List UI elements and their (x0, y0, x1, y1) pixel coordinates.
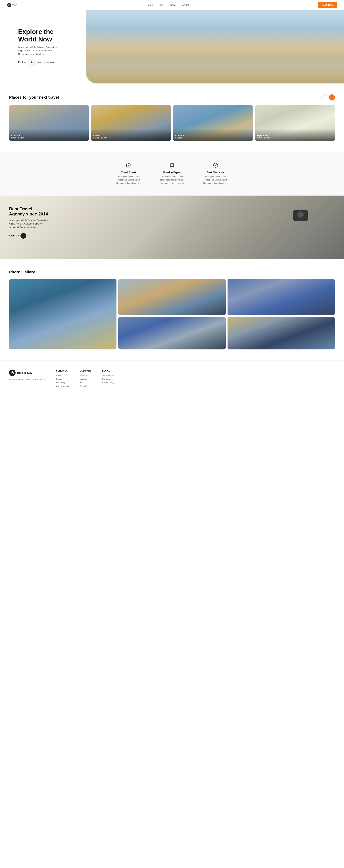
gallery-item-4[interactable] (118, 317, 226, 349)
footer-about-us[interactable]: About us (80, 374, 91, 376)
place-name-karachi: Karachi (11, 134, 87, 137)
hero-title: Explore the World Now (18, 28, 62, 43)
place-card-kashmir[interactable]: Kashmir Pakistan (173, 105, 253, 141)
nav-links: Home Hotel Places Contact (147, 4, 189, 6)
nav-contact[interactable]: Contact (181, 4, 189, 6)
gallery-image-1 (9, 279, 116, 349)
gallery-section: Photo Gallery (0, 259, 344, 360)
camera-decoration (293, 210, 308, 221)
place-overlay-lahore: Lahore Punjab, Pakistan (91, 129, 171, 141)
svg-point-10 (214, 164, 215, 165)
place-location-hyderabad: Sindh, Pakistan (257, 137, 333, 139)
footer-col-legal: LEGAL Terms of use Privacy policy Cookie… (102, 370, 114, 389)
gallery-item-5[interactable] (228, 317, 335, 349)
footer-logo: Trip pvt. Ltd. (9, 370, 45, 376)
footer-columns: SERVICES Branding Design Marketing Adver… (56, 370, 335, 389)
hero-actions: Explore Watch the intro video (18, 59, 62, 65)
agency-title: Best Travel Agency since 2014 (9, 207, 49, 217)
bookmark-icon (156, 163, 189, 169)
feature-title-discounts: Best Discounts (199, 171, 232, 174)
place-overlay-karachi: Karachi Sindh, Pakistan (9, 129, 89, 141)
feature-booking-expert: Booking Expert Lorem ipsum dolor sit ame… (156, 163, 189, 185)
places-navigation: ‹ › (321, 94, 335, 100)
footer-tagline: Providing expert booking solutions since… (9, 378, 45, 384)
brand-name: Trip (12, 3, 18, 6)
footer-legal-title: LEGAL (102, 370, 114, 372)
footer-brand-name: Trip pvt. Ltd. (17, 371, 32, 374)
feature-desc-discounts: Lorem ipsum dolor sit amet consectetur a… (199, 175, 232, 185)
footer-services-title: SERVICES (56, 370, 69, 372)
features-grid: Travel Expert Lorem ipsum dolor sit amet… (9, 163, 335, 185)
briefcase-icon (112, 163, 145, 169)
places-next-button[interactable]: › (329, 94, 335, 100)
places-title: Places for your next travel (9, 95, 59, 100)
explore-link[interactable]: Explore (18, 61, 26, 64)
discount-icon (199, 163, 232, 169)
hero-subtitle: Lorem Ipsum Dolor Sit Amet Consectetur A… (18, 45, 62, 56)
feature-desc-booking: Lorem ipsum dolor sit amet consectetur a… (156, 175, 189, 185)
brand-logo[interactable]: Trip (7, 3, 18, 7)
footer-design[interactable]: Design (56, 378, 69, 380)
feature-travel-expert: Travel Expert Lorem ipsum dolor sit amet… (112, 163, 145, 185)
place-card-hyderabad[interactable]: Hyderabad Sindh, Pakistan (255, 105, 335, 141)
place-location-karachi: Sindh, Pakistan (11, 137, 87, 139)
place-name-kashmir: Kashmir (175, 134, 251, 137)
footer-advertisement[interactable]: Advertisement (56, 385, 69, 387)
place-name-hyderabad: Hyderabad (257, 134, 333, 137)
places-grid: Karachi Sindh, Pakistan Lahore Punjab, P… (9, 105, 335, 141)
footer-press-kit[interactable]: Press kit (80, 385, 91, 387)
place-overlay-hyderabad: Hyderabad Sindh, Pakistan (255, 129, 335, 141)
gallery-item-1[interactable] (9, 279, 116, 349)
feature-desc-travel: Lorem ipsum dolor sit amet consectetur a… (112, 175, 145, 185)
gallery-image-3 (228, 279, 335, 315)
svg-point-11 (216, 166, 216, 166)
footer-col-company: COMPANY About us Contact Jobs Press kit (80, 370, 91, 389)
gallery-image-4 (118, 317, 226, 349)
agency-desc: Lorem Ipsum Dolor Sit Amet Consectetur A… (9, 219, 49, 229)
arrow-icon: → (22, 234, 25, 237)
footer-jobs[interactable]: Jobs (80, 381, 91, 384)
gallery-item-2[interactable] (118, 279, 226, 315)
agency-arrow-button[interactable]: → (21, 233, 26, 239)
footer-logo-icon (9, 370, 16, 376)
play-button[interactable] (29, 59, 35, 65)
gallery-grid (9, 279, 335, 349)
footer-brand: Trip pvt. Ltd. Providing expert booking … (9, 370, 45, 384)
footer-contact[interactable]: Contact (80, 378, 91, 380)
place-name-lahore: Lahore (93, 134, 169, 137)
footer-terms[interactable]: Terms of use (102, 374, 114, 376)
book-now-button[interactable]: Book Now (318, 2, 337, 8)
gallery-item-3[interactable] (228, 279, 335, 315)
agency-actions: About Us → (9, 233, 49, 239)
place-overlay-kashmir: Kashmir Pakistan (173, 129, 253, 141)
feature-discounts: Best Discounts Lorem ipsum dolor sit ame… (199, 163, 232, 185)
navigation: Trip Home Hotel Places Contact Book Now (0, 0, 344, 10)
gallery-title: Photo Gallery (9, 270, 335, 275)
footer-privacy[interactable]: Privacy policy (102, 378, 114, 380)
gallery-image-5 (228, 317, 335, 349)
agency-section: Best Travel Agency since 2014 Lorem Ipsu… (0, 195, 344, 259)
nav-places[interactable]: Places (169, 4, 175, 6)
footer-company-title: COMPANY (80, 370, 91, 372)
agency-content: Best Travel Agency since 2014 Lorem Ipsu… (0, 195, 58, 249)
gallery-image-2 (118, 279, 226, 315)
hero-background (86, 10, 344, 84)
places-header: Places for your next travel ‹ › (9, 94, 335, 100)
footer-branding[interactable]: Branding (56, 374, 69, 376)
nav-home[interactable]: Home (147, 4, 153, 6)
place-card-karachi[interactable]: Karachi Sindh, Pakistan (9, 105, 89, 141)
place-card-lahore[interactable]: Lahore Punjab, Pakistan (91, 105, 171, 141)
feature-title-booking: Booking Expert (156, 171, 189, 174)
svg-point-1 (9, 5, 9, 5)
places-prev-button[interactable]: ‹ (321, 94, 327, 100)
footer-cookie[interactable]: Cookie policy (102, 381, 114, 384)
hero-content: Explore the World Now Lorem Ipsum Dolor … (9, 17, 70, 76)
footer-col-services: SERVICES Branding Design Marketing Adver… (56, 370, 69, 389)
about-us-link[interactable]: About Us (9, 235, 19, 237)
nav-hotel[interactable]: Hotel (158, 4, 163, 6)
feature-title-travel: Travel Expert (112, 171, 145, 174)
place-location-lahore: Punjab, Pakistan (93, 137, 169, 139)
footer-marketing[interactable]: Marketing (56, 381, 69, 384)
logo-icon (7, 3, 11, 7)
hero-beach (86, 10, 344, 84)
